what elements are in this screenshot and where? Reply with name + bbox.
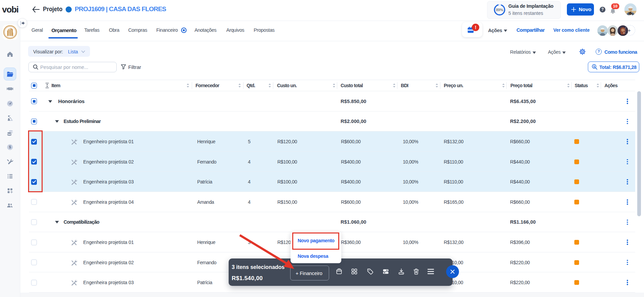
svg-text:89%: 89% — [496, 8, 503, 12]
svg-text:$: $ — [9, 145, 11, 149]
svg-text:$: $ — [593, 65, 595, 68]
